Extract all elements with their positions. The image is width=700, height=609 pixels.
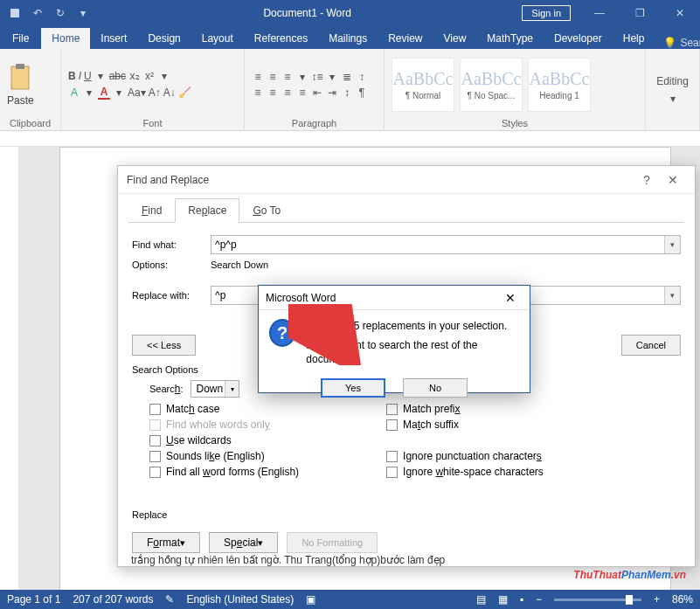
view-print-icon[interactable]: ▦ <box>498 593 508 606</box>
status-page[interactable]: Page 1 of 1 <box>7 593 60 606</box>
tab-layout[interactable]: Layout <box>191 28 244 49</box>
qat-dropdown-icon[interactable]: ▾ <box>73 3 93 23</box>
view-read-icon[interactable]: ▤ <box>476 593 486 606</box>
less-button[interactable]: << Less <box>132 335 196 356</box>
tab-insert[interactable]: Insert <box>90 28 137 49</box>
group-clipboard: Paste Clipboard <box>0 49 61 130</box>
status-language[interactable]: English (United States) <box>186 593 294 606</box>
special-button[interactable]: Special ▾ <box>209 532 278 553</box>
group-label: Font <box>68 116 237 128</box>
message-box: Microsoft Word ✕ ? We made 5 replacement… <box>258 285 530 393</box>
tab-review[interactable]: Review <box>378 28 433 49</box>
check-match-suffix[interactable]: Match suffix <box>386 419 544 431</box>
msgbox-text: We made 5 replacements in your selection… <box>306 319 519 366</box>
view-web-icon[interactable]: ▪ <box>520 593 523 606</box>
close-icon[interactable]: ✕ <box>660 173 686 187</box>
ribbon-tabs: File Home Insert Design Layout Reference… <box>0 26 700 49</box>
group-label: Styles <box>392 116 638 128</box>
cancel-button[interactable]: Cancel <box>621 335 681 356</box>
status-bar: Page 1 of 1 207 of 207 words ✎ English (… <box>0 590 700 609</box>
style-heading1[interactable]: AaBbCcHeading 1 <box>528 58 591 112</box>
close-button[interactable]: ✕ <box>660 0 700 26</box>
check-ignore-punct[interactable]: Ignore punctuation characters <box>386 450 544 462</box>
sign-in-button[interactable]: Sign in <box>522 5 571 21</box>
options-label: Options: <box>132 260 211 270</box>
restore-button[interactable]: ❐ <box>620 0 660 26</box>
dialog-title: Find and Replace <box>127 174 634 186</box>
yes-button[interactable]: Yes <box>321 378 385 398</box>
svg-rect-1 <box>16 64 24 69</box>
group-font: BIU▾abcx₂x²▾ A▾A▾Aa▾A↑A↓🧹 Font <box>61 49 245 130</box>
check-sounds-like[interactable]: Sounds like (English) <box>149 450 299 462</box>
find-what-input[interactable]: ^p^p▾ <box>211 235 681 254</box>
help-button[interactable]: ? <box>634 173 660 187</box>
tab-help[interactable]: Help <box>613 28 655 49</box>
tab-home[interactable]: Home <box>41 28 90 49</box>
msgbox-titlebar: Microsoft Word ✕ <box>259 286 530 310</box>
undo-icon[interactable]: ↶ <box>28 3 47 23</box>
ribbon: Paste Clipboard BIU▾abcx₂x²▾ A▾A▾Aa▾A↑A↓… <box>0 49 700 131</box>
zoom-in-button[interactable]: + <box>654 593 660 606</box>
tab-replace[interactable]: Replace <box>175 198 239 223</box>
tell-me-search[interactable]: 💡 Search <box>655 37 700 49</box>
tab-view[interactable]: View <box>433 28 477 49</box>
replace-section-label: Replace <box>132 509 681 520</box>
document-text-fragment: trắng hồng tự nhiên lên bất ngờ. Thu Tra… <box>131 554 445 566</box>
options-value: Search Down <box>211 260 268 270</box>
dialog-tabs: Find Replace Go To <box>128 197 684 223</box>
tab-mailings[interactable]: Mailings <box>318 28 378 49</box>
style-no-spacing[interactable]: AaBbCc¶ No Spac... <box>460 58 523 112</box>
check-wildcards[interactable]: Use wildcards <box>149 434 299 446</box>
titlebar: ↶ ↻ ▾ Document1 - Word Sign in — ❐ ✕ <box>0 0 700 26</box>
save-icon[interactable] <box>5 3 24 23</box>
zoom-level[interactable]: 86% <box>672 593 693 606</box>
group-label: Clipboard <box>7 116 53 128</box>
style-normal[interactable]: AaBbCc¶ Normal <box>392 58 454 112</box>
quick-access-toolbar: ↶ ↻ ▾ <box>0 3 93 23</box>
paste-button[interactable]: Paste <box>7 63 34 107</box>
tab-goto[interactable]: Go To <box>239 198 294 223</box>
redo-icon[interactable]: ↻ <box>51 3 70 23</box>
tab-file[interactable]: File <box>0 28 41 49</box>
vertical-ruler[interactable] <box>0 147 19 592</box>
group-editing: Editing▾ <box>646 49 700 130</box>
format-button[interactable]: Format ▾ <box>132 532 200 553</box>
window-title: Document1 - Word <box>93 7 522 19</box>
minimize-button[interactable]: — <box>579 0 620 26</box>
search-direction-label: Search: <box>149 383 184 395</box>
chevron-down-icon[interactable]: ▾ <box>225 381 239 397</box>
no-button[interactable]: No <box>403 378 468 398</box>
group-styles: AaBbCc¶ Normal AaBbCc¶ No Spac... AaBbCc… <box>385 49 646 130</box>
check-whole-words: Find whole words only <box>149 419 299 431</box>
horizontal-ruler[interactable] <box>0 131 700 147</box>
svg-rect-0 <box>11 66 29 89</box>
tab-design[interactable]: Design <box>137 28 191 49</box>
chevron-down-icon[interactable]: ▾ <box>664 287 680 304</box>
chevron-down-icon[interactable]: ▾ <box>664 236 680 253</box>
zoom-out-button[interactable]: − <box>536 593 542 606</box>
tab-references[interactable]: References <box>244 28 318 49</box>
tab-find[interactable]: Find <box>128 198 175 223</box>
check-word-forms[interactable]: Find all word forms (English) <box>149 466 299 478</box>
dialog-titlebar: Find and Replace ? ✕ <box>118 166 695 194</box>
watermark: ThuThuatPhanMem.vn <box>573 563 686 583</box>
close-icon[interactable]: ✕ <box>498 291 523 305</box>
find-what-label: Find what: <box>132 239 211 250</box>
tab-mathtype[interactable]: MathType <box>476 28 544 49</box>
check-ignore-whitespace[interactable]: Ignore white-space characters <box>386 466 544 478</box>
question-icon: ? <box>269 319 295 347</box>
no-formatting-button: No Formatting <box>287 532 378 553</box>
zoom-slider[interactable] <box>554 599 641 601</box>
status-words[interactable]: 207 of 207 words <box>73 593 153 606</box>
editing-button[interactable]: Editing▾ <box>653 52 692 127</box>
replace-with-label: Replace with: <box>132 290 211 301</box>
status-macro-icon[interactable]: ▣ <box>306 593 315 606</box>
status-spellcheck-icon[interactable]: ✎ <box>165 593 174 606</box>
group-label: Paragraph <box>252 116 377 128</box>
group-paragraph: ≡≡≡▾↕≡▾≣↕ ≡≡≡≡⇤⇥↕¶ Paragraph <box>245 49 385 130</box>
msgbox-title: Microsoft Word <box>266 292 498 304</box>
tab-developer[interactable]: Developer <box>544 28 613 49</box>
search-direction-select[interactable]: Down▾ <box>191 380 240 398</box>
